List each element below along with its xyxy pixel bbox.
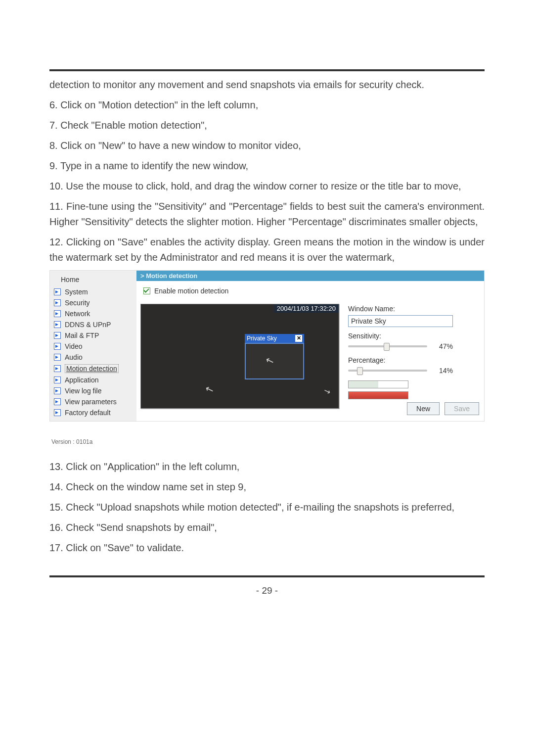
enable-motion-row[interactable]: Enable motion detection [140,286,480,304]
sidebar-item-label: Security [65,299,90,307]
para: 6. Click on "Motion detection" in the le… [49,97,485,113]
para: 9. Type in a name to identify the new wi… [49,158,485,174]
arrow-right-icon [54,288,61,295]
checkbox-checked-icon[interactable] [143,287,150,294]
sidebar-item-label: Application [65,376,99,384]
arrow-right-icon [54,299,61,306]
video-preview[interactable]: 2004/11/03 17:32:20 Private Sky ✕ ↖ ↖ ↘ [140,304,339,409]
sidebar-item-network[interactable]: Network [50,308,136,319]
arrow-right-icon [54,377,61,383]
slider-thumb[interactable] [384,343,390,351]
sidebar-item-security[interactable]: Security [50,297,136,308]
detection-window-frame[interactable]: ↖ [245,343,304,379]
sidebar-item-label: Motion detection [65,364,119,373]
sidebar-item-label: Audio [65,353,83,361]
percentage-label: Percentage: [348,356,480,364]
save-button[interactable]: Save [445,402,479,415]
sidebar-item-label: Factory default [65,409,111,417]
para: 7. Check "Enable motion detection", [49,118,485,133]
percentage-value: 14% [431,367,453,375]
activity-indicator [348,380,408,388]
arrow-right-icon [54,310,61,317]
page-number: - 29 - [49,585,485,596]
sensitivity-value: 47% [431,342,453,350]
detection-window[interactable]: Private Sky ✕ ↖ [245,334,304,379]
sidebar-item-label: System [65,288,88,296]
close-icon[interactable]: ✕ [295,335,302,342]
detection-window-titlebar[interactable]: Private Sky ✕ [245,334,304,343]
sidebar-item-mail-ftp[interactable]: Mail & FTP [50,330,136,341]
window-name-label: Window Name: [348,305,480,313]
sidebar-item-system[interactable]: System [50,286,136,297]
para: 10. Use the mouse to click, hold, and dr… [49,179,485,194]
activity-indicator-over [348,391,408,399]
video-timestamp: 2004/11/03 17:32:20 [274,304,339,313]
bottom-horizontal-rule [49,575,485,577]
admin-screenshot: Home System Security Network DDNS & UPnP… [49,270,485,422]
sidebar-item-audio[interactable]: Audio [50,352,136,363]
arrow-right-icon [54,343,61,350]
arrow-right-icon [54,398,61,405]
sidebar-item-ddns-upnp[interactable]: DDNS & UPnP [50,319,136,330]
arrow-right-icon [54,387,61,394]
para: 15. Check "Upload snapshots while motion… [49,500,485,515]
sidebar-item-label: Mail & FTP [65,331,99,339]
enable-label: Enable motion detection [154,287,228,295]
main-panel: > Motion detection Enable motion detecti… [136,271,484,421]
sidebar-item-view-parameters[interactable]: View parameters [50,396,136,407]
arrow-right-icon [54,409,61,416]
resize-handle-icon[interactable]: ↘ [322,385,332,396]
para: 14. Check on the window name set in step… [49,479,485,495]
arrow-right-icon [54,354,61,361]
instruction-text-after: 13. Click on "Application" in the left c… [49,459,485,556]
new-button[interactable]: New [407,402,440,415]
sidebar-item-factory-default[interactable]: Factory default [50,407,136,418]
arrow-right-icon [54,321,61,328]
para: 8. Click on "New" to have a new window t… [49,138,485,153]
detection-controls: Window Name: Private Sky Sensitivity: 47… [348,304,480,415]
cursor-icon: ↖ [203,382,215,396]
sidebar-item-label: Network [65,310,90,318]
sidebar-item-label: View parameters [65,398,117,406]
sidebar: Home System Security Network DDNS & UPnP… [50,271,136,421]
sidebar-home[interactable]: Home [50,274,136,286]
sidebar-item-application[interactable]: Application [50,375,136,385]
version-label: Version : 0101a [49,433,485,445]
sidebar-item-video[interactable]: Video [50,341,136,352]
sidebar-item-view-log-file[interactable]: View log file [50,385,136,396]
para: 16. Check "Send snapshots by email", [49,520,485,535]
para: 12. Clicking on "Save" enables the activ… [49,235,485,265]
slider-thumb[interactable] [357,367,363,375]
window-name-input[interactable]: Private Sky [348,315,453,327]
sidebar-item-motion-detection[interactable]: Motion detection [50,363,136,375]
sidebar-item-label: Video [65,342,83,350]
detection-window-title: Private Sky [247,335,277,342]
para: 13. Click on "Application" in the left c… [49,459,485,474]
arrow-right-icon [54,332,61,339]
top-horizontal-rule [49,69,485,71]
instruction-text-before: detection to monitor any movement and se… [49,77,485,265]
sensitivity-slider[interactable] [348,345,427,347]
para: detection to monitor any movement and se… [49,77,485,93]
percentage-slider[interactable] [348,370,427,372]
para: 17. Click on "Save" to validate. [49,540,485,556]
arrow-right-icon [54,365,61,372]
sidebar-item-label: DDNS & UPnP [65,321,111,329]
sidebar-item-label: View log file [65,387,101,395]
panel-title: > Motion detection [136,271,484,281]
cursor-icon: ↖ [264,354,275,368]
sensitivity-label: Sensitivity: [348,332,480,340]
para: 11. Fine-tune using the "Sensitivity" an… [49,199,485,230]
